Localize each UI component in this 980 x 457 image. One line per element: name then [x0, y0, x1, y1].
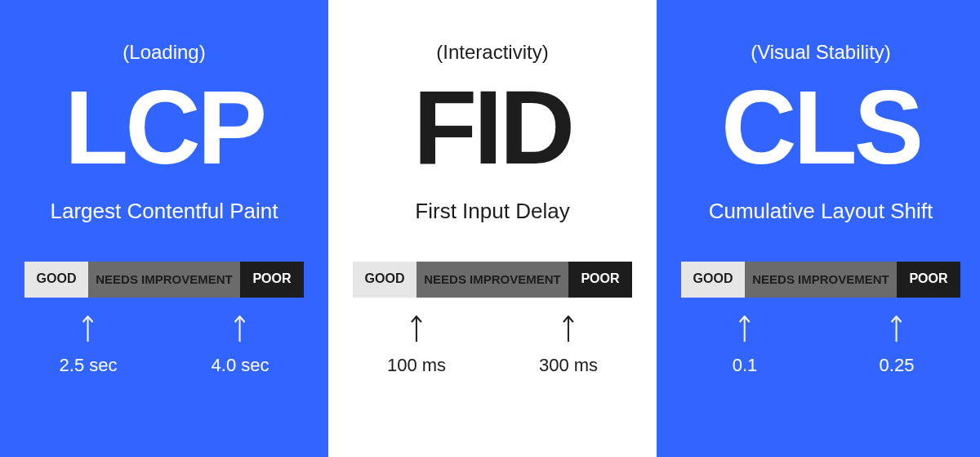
metric-acronym: FID: [413, 70, 572, 186]
arrow-up-icon: [411, 316, 422, 342]
threshold-poor-marker: 4.0 sec: [212, 316, 270, 376]
arrow-up-icon: [82, 316, 94, 342]
arrow-up-icon: [891, 316, 902, 342]
scale-segment-needs-improvement: NEEDS IMPROVEMENT: [745, 262, 897, 298]
threshold-markers: 100 ms 300 ms: [353, 316, 632, 381]
threshold-poor-label: 4.0 sec: [212, 355, 270, 376]
threshold-markers: 0.1 0.25: [681, 316, 960, 381]
threshold-poor-label: 0.25: [880, 355, 915, 376]
metric-panel-lcp: (Loading) LCP Largest Contentful Paint G…: [0, 0, 328, 457]
scale-segment-poor: POOR: [240, 262, 304, 298]
threshold-poor-label: 300 ms: [539, 355, 598, 376]
metric-fullname: Cumulative Layout Shift: [709, 199, 933, 224]
threshold-good-marker: 100 ms: [387, 316, 446, 376]
scale-segment-poor: POOR: [897, 262, 960, 298]
threshold-good-label: 2.5 sec: [60, 355, 118, 376]
threshold-scale: GOOD NEEDS IMPROVEMENT POOR: [681, 262, 960, 298]
threshold-scale: GOOD NEEDS IMPROVEMENT POOR: [353, 262, 632, 298]
metric-category: (Interactivity): [436, 41, 548, 64]
threshold-poor-marker: 0.25: [880, 316, 915, 376]
scale-segment-good: GOOD: [353, 262, 416, 298]
metric-panel-fid: (Interactivity) FID First Input Delay GO…: [328, 0, 657, 457]
scale-segment-good: GOOD: [681, 262, 745, 298]
threshold-good-label: 100 ms: [387, 355, 446, 376]
threshold-scale: GOOD NEEDS IMPROVEMENT POOR: [24, 262, 304, 298]
metric-panel-cls: (Visual Stability) CLS Cumulative Layout…: [657, 0, 980, 457]
metric-fullname: Largest Contentful Paint: [51, 199, 278, 224]
threshold-good-marker: 0.1: [733, 316, 758, 376]
threshold-markers: 2.5 sec 4.0 sec: [24, 316, 304, 381]
threshold-good-marker: 2.5 sec: [60, 316, 118, 376]
arrow-up-icon: [563, 316, 574, 342]
metric-acronym: LCP: [65, 70, 264, 186]
metric-category: (Visual Stability): [751, 41, 891, 64]
metric-category: (Loading): [122, 41, 205, 64]
threshold-poor-marker: 300 ms: [539, 316, 598, 376]
metric-fullname: First Input Delay: [415, 199, 569, 224]
scale-segment-needs-improvement: NEEDS IMPROVEMENT: [416, 262, 568, 298]
threshold-good-label: 0.1: [733, 355, 758, 376]
scale-segment-poor: POOR: [568, 262, 632, 298]
arrow-up-icon: [234, 316, 246, 342]
metric-acronym: CLS: [721, 70, 920, 186]
scale-segment-needs-improvement: NEEDS IMPROVEMENT: [88, 262, 240, 298]
arrow-up-icon: [739, 316, 751, 342]
scale-segment-good: GOOD: [24, 262, 88, 298]
